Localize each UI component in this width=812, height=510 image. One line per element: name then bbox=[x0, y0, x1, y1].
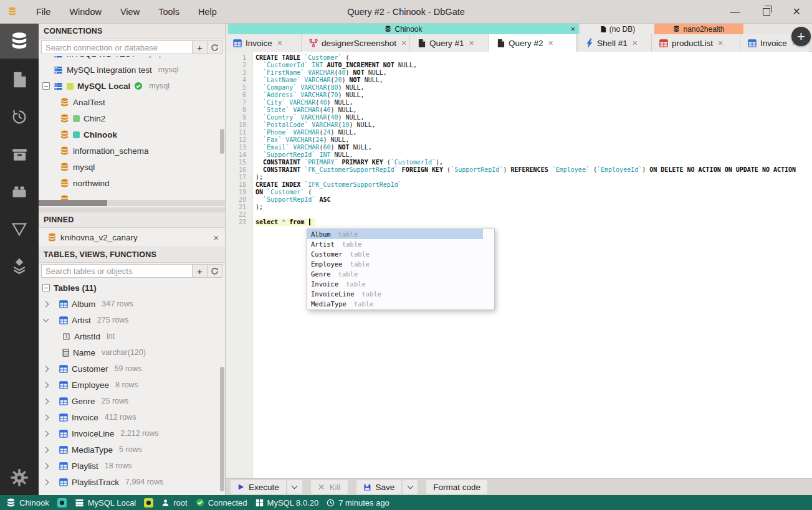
tab-group-chinook[interactable]: Chinook× bbox=[228, 24, 579, 34]
autocomplete-item-mediatype[interactable]: MediaTypetable bbox=[307, 299, 483, 309]
chevron-right-icon[interactable] bbox=[43, 382, 49, 388]
rail-database[interactable] bbox=[0, 24, 39, 59]
tab-designerscreenshot[interactable]: designerScreenshot× bbox=[302, 34, 410, 52]
autocomplete-item-album[interactable]: Albumtable bbox=[307, 229, 483, 239]
statusbar-chinook[interactable]: Chinook bbox=[6, 498, 49, 508]
minimize-button[interactable]: — bbox=[730, 7, 740, 17]
table-item[interactable]: Album347 rows bbox=[39, 296, 225, 312]
restore-button[interactable] bbox=[763, 8, 770, 16]
chevron-right-icon[interactable] bbox=[43, 479, 49, 485]
statusbar-mysql-local[interactable]: MySQL Local bbox=[75, 498, 136, 508]
tab-productlist[interactable]: productList× bbox=[652, 34, 740, 52]
menu-help[interactable]: Help bbox=[190, 4, 225, 19]
statusbar-color-swatch[interactable] bbox=[57, 498, 67, 508]
connection-item[interactable]: MYSQL WD TESTmysql bbox=[39, 56, 225, 62]
new-tab-button[interactable]: + bbox=[791, 27, 811, 46]
objects-search-input[interactable] bbox=[41, 264, 193, 278]
connection-item[interactable]: Chinook bbox=[39, 126, 225, 143]
column-item[interactable]: 1ArtistIdint bbox=[39, 328, 225, 344]
column-item[interactable]: Namevarchar(120) bbox=[39, 344, 225, 361]
rail-file[interactable] bbox=[0, 66, 39, 93]
tab-group-nano2health[interactable]: nano2health bbox=[654, 24, 743, 34]
table-item[interactable]: Playlist18 rows bbox=[39, 458, 225, 474]
chevron-right-icon[interactable] bbox=[43, 414, 49, 420]
autocomplete-item-employee[interactable]: Employeetable bbox=[307, 259, 483, 269]
connection-item[interactable]: MySQL Localmysql bbox=[39, 78, 225, 94]
chevron-right-icon[interactable] bbox=[43, 463, 49, 469]
connection-item[interactable]: northwind bbox=[39, 175, 225, 191]
save-button[interactable]: Save bbox=[356, 480, 402, 494]
tables-root-row[interactable]: Tables (11) bbox=[39, 280, 225, 296]
pinned-item[interactable]: knihovna_v2_canary× bbox=[39, 228, 225, 247]
chevron-down-icon[interactable] bbox=[43, 316, 49, 323]
menu-tools[interactable]: Tools bbox=[150, 4, 188, 19]
add-object-button[interactable]: + bbox=[193, 264, 208, 278]
collapse-box-icon[interactable] bbox=[42, 82, 50, 90]
chevron-right-icon[interactable] bbox=[43, 366, 49, 372]
close-group-icon[interactable]: × bbox=[570, 25, 575, 33]
statusbar-root[interactable]: root bbox=[161, 498, 187, 508]
table-item[interactable]: Artist275 rows bbox=[39, 312, 225, 328]
rail-cell-data[interactable] bbox=[0, 253, 39, 280]
table-item[interactable]: MediaType5 rows bbox=[39, 442, 225, 458]
menu-file[interactable]: File bbox=[28, 4, 59, 19]
statusbar-color-swatch[interactable] bbox=[144, 498, 153, 508]
autocomplete-item-customer[interactable]: Customertable bbox=[307, 249, 483, 259]
chevron-right-icon[interactable] bbox=[43, 430, 49, 437]
add-connection-button[interactable]: + bbox=[193, 40, 208, 54]
kill-button[interactable]: ✕Kill bbox=[311, 480, 348, 494]
close-tab-icon[interactable]: × bbox=[548, 39, 553, 47]
table-item[interactable]: Genre25 rows bbox=[39, 393, 225, 409]
rail-history[interactable] bbox=[0, 103, 39, 131]
table-item[interactable]: PlaylistTrack7,994 rows bbox=[39, 474, 225, 490]
rail-archive[interactable] bbox=[0, 141, 39, 168]
chevron-right-icon[interactable] bbox=[43, 446, 49, 453]
tab-invoice[interactable]: Invoice× bbox=[226, 34, 302, 52]
refresh-objects-button[interactable] bbox=[208, 264, 222, 278]
table-item[interactable]: Customer59 rows bbox=[39, 361, 225, 377]
execute-button[interactable]: Execute bbox=[231, 480, 286, 494]
connections-search-input[interactable] bbox=[41, 40, 193, 54]
unpin-close-icon[interactable]: × bbox=[213, 233, 219, 242]
rail-query-designer[interactable] bbox=[0, 215, 39, 243]
connection-item[interactable]: MySQL integration testmysql bbox=[39, 62, 225, 78]
statusbar-connected[interactable]: Connected bbox=[196, 498, 247, 508]
chevron-right-icon[interactable] bbox=[43, 301, 49, 307]
table-item[interactable]: InvoiceLine2,212 rows bbox=[39, 425, 225, 442]
save-dropdown-button[interactable] bbox=[403, 480, 418, 494]
close-tab-icon[interactable]: × bbox=[277, 39, 282, 47]
tab-query-1[interactable]: Query #1× bbox=[410, 34, 489, 52]
menu-view[interactable]: View bbox=[112, 4, 148, 19]
connection-item[interactable]: information_schema bbox=[39, 143, 225, 159]
tab-query-2[interactable]: Query #2× bbox=[489, 34, 576, 52]
collapse-box-icon[interactable] bbox=[42, 284, 50, 291]
connection-item[interactable]: mysql bbox=[39, 159, 225, 175]
close-tab-icon[interactable]: × bbox=[469, 39, 474, 47]
statusbar-mysql-8-0-20[interactable]: MySQL 8.0.20 bbox=[256, 498, 319, 508]
sidebar-splitter[interactable] bbox=[39, 207, 225, 212]
close-tab-icon[interactable]: × bbox=[633, 39, 638, 47]
execute-dropdown-button[interactable] bbox=[287, 480, 302, 494]
autocomplete-item-artist[interactable]: Artisttable bbox=[307, 239, 483, 249]
autocomplete-item-genre[interactable]: Genretable bbox=[307, 269, 483, 279]
autocomplete-item-invoiceline[interactable]: InvoiceLinetable bbox=[307, 289, 483, 299]
connection-item[interactable]: Chin2 bbox=[39, 110, 225, 126]
menu-window[interactable]: Window bbox=[61, 4, 110, 19]
table-item[interactable]: Employee8 rows bbox=[39, 377, 225, 393]
connection-item[interactable]: AnalTest bbox=[39, 94, 225, 110]
format-code-button[interactable]: Format code bbox=[426, 480, 487, 494]
rail-settings[interactable] bbox=[0, 464, 39, 491]
tab-shell-1[interactable]: Shell #1× bbox=[578, 34, 652, 52]
tab-group--no-db-[interactable]: (no DB) bbox=[581, 24, 654, 34]
close-button[interactable]: ✕ bbox=[793, 7, 801, 17]
connections-hscrollbar[interactable] bbox=[39, 200, 225, 206]
close-tab-icon[interactable]: × bbox=[718, 39, 723, 47]
close-tab-icon[interactable]: × bbox=[401, 39, 406, 47]
statusbar-7-minutes-ago[interactable]: 7 minutes ago bbox=[327, 498, 389, 508]
refresh-connections-button[interactable] bbox=[208, 40, 222, 54]
table-item[interactable]: Invoice412 rows bbox=[39, 409, 225, 425]
chevron-right-icon[interactable] bbox=[43, 398, 49, 404]
autocomplete-item-invoice[interactable]: Invoicetable bbox=[307, 279, 483, 289]
rail-plugins[interactable] bbox=[0, 178, 39, 205]
connections-vscrollbar[interactable] bbox=[220, 129, 224, 154]
